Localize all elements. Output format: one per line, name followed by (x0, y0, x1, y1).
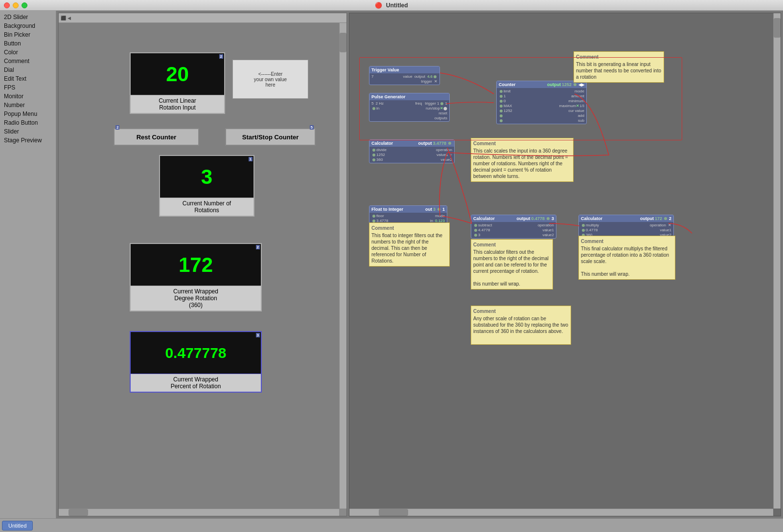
sidebar-item-binpicker[interactable]: Bin Picker (0, 30, 56, 39)
rotations-value: 3 (201, 165, 212, 189)
entry-box[interactable]: <------Enter your own value here (232, 60, 308, 99)
comment-float-integer: Comment This float to integer filters ou… (369, 222, 450, 266)
task-tab-untitled[interactable]: Untitled (2, 521, 33, 531)
comment-linear-input: Comment This bit is generating a linear … (574, 51, 664, 83)
left-panel-scrollbar-h[interactable] (59, 509, 339, 516)
sidebar: 2D Slider Background Bin Picker Button C… (0, 11, 56, 518)
wrapped-percent-label: Current WrappedPercent of Rotation (171, 376, 221, 390)
start-stop-counter-button[interactable]: 5 Start/Stop Counter (225, 128, 316, 146)
node-calculator3[interactable]: Calculator output 172 2 multiplyoperatio… (578, 215, 674, 239)
node-pulse-generator-body: 5 2 Hz freq trigger 1 1 in run/stop ✕ ⬤ (369, 100, 449, 121)
sidebar-item-2dslider[interactable]: 2D Slider (0, 13, 56, 22)
node-calculator1-title: Calculator output 3.4778 (369, 140, 454, 147)
comment-any-scale: Comment Any other scale of rotation can … (471, 306, 571, 345)
comment4-text: This calculator filters out the numbers … (473, 249, 549, 287)
sidebar-item-button[interactable]: Button (0, 39, 56, 48)
node-counter-body: limitmode 1amount 0minimum MAXmaximum✕1/… (497, 88, 586, 124)
sidebar-item-background[interactable]: Background (0, 22, 56, 30)
left-panel: ⬛ ◀ <------Enter your own value here 20 … (58, 13, 347, 516)
comment-calc-scales: Comment This calc scales the input into … (471, 138, 574, 182)
right-panel-scrollbar-h[interactable] (349, 509, 773, 516)
title-bar: 🔴 Untitled (0, 0, 783, 11)
sidebar-item-fps[interactable]: FPS (0, 83, 56, 92)
monitor-rotations: 3 1 Current Number ofRotations (159, 155, 254, 217)
node-float-to-integer-title: Float to Integer out 3 1 (369, 206, 447, 213)
node-calculator1-body: divideoperation 1252value1÷ 360value2 (369, 147, 454, 163)
sidebar-item-monitor[interactable]: Monitor (0, 92, 56, 101)
right-panel: Trigger Value 7 value output 4.6 trigger… (349, 13, 781, 516)
monitor-linear-input: 20 2 Current LinearRotation Input (130, 52, 225, 114)
comment5-text: This final calculator multiplys the filt… (581, 246, 669, 277)
linear-input-value: 20 (166, 63, 189, 86)
sidebar-item-number[interactable]: Number (0, 101, 56, 110)
node-calculator2-title: Calculator output 0.4778 3 (471, 215, 556, 222)
window-icon: 🔴 (375, 2, 382, 9)
comment2-text: This calc scales the input into a 360 de… (473, 148, 568, 179)
node-float-to-integer[interactable]: Float to Integer out 3 1 floormode 3.477… (369, 205, 447, 224)
main-container: 2D Slider Background Bin Picker Button C… (0, 11, 783, 518)
node-calculator2[interactable]: Calculator output 0.4778 3 subtractopera… (471, 215, 556, 239)
comment6-text: Any other scale of rotation can be subst… (473, 316, 568, 334)
maximize-button[interactable] (22, 2, 27, 8)
node-trigger-value-body: 7 value output 4.6 trigger ✕ (369, 73, 439, 85)
comment-calc-filters: Comment This calculator filters out the … (471, 239, 553, 289)
sidebar-item-popupmenu[interactable]: Popup Menu (0, 110, 56, 118)
monitor-wrapped-percent: 0.477778 3 Current WrappedPercent of Rot… (130, 331, 262, 393)
comment1-text: This bit is generating a linear input nu… (576, 62, 661, 80)
sidebar-item-stagepreview[interactable]: Stage Preview (0, 136, 56, 145)
sidebar-item-edittext[interactable]: Edit Text (0, 74, 56, 83)
left-panel-toolbar-label: ⬛ ◀ (61, 16, 71, 21)
node-pulse-generator-title: Pulse Generator (369, 93, 449, 100)
traffic-lights (4, 2, 27, 8)
close-button[interactable] (4, 2, 10, 8)
content-area: ⬛ ◀ <------Enter your own value here 20 … (56, 11, 783, 518)
rotations-label: Current Number ofRotations (183, 200, 231, 214)
taskbar: Untitled (0, 518, 783, 532)
sidebar-item-color[interactable]: Color (0, 48, 56, 57)
sidebar-item-slider[interactable]: Slider (0, 127, 56, 136)
node-trigger-value-title: Trigger Value (369, 66, 439, 73)
comment-final-calc: Comment This final calculator multiplys … (578, 236, 675, 280)
monitor-wrapped-degree: 172 2 Current WrappedDegree Rotation(360… (130, 243, 262, 311)
stage-content: <------Enter your own value here 20 2 Cu… (59, 23, 339, 509)
left-panel-toolbar: ⬛ ◀ (59, 13, 346, 23)
node-calculator3-title: Calculator output 172 2 (579, 215, 673, 222)
node-trigger-value[interactable]: Trigger Value 7 value output 4.6 trigger… (369, 66, 440, 85)
wrapped-degree-value: 172 (179, 253, 213, 277)
minimize-button[interactable] (13, 2, 19, 8)
linear-input-label: Current LinearRotation Input (159, 97, 196, 111)
node-calculator1[interactable]: Calculator output 3.4778 divideoperation… (369, 139, 455, 163)
sidebar-item-radiobutton[interactable]: Radio Button (0, 118, 56, 127)
sidebar-item-comment[interactable]: Comment (0, 57, 56, 66)
node-counter[interactable]: Counter output 1252 ◀▶ limitmode 1amount… (496, 81, 587, 124)
rest-counter-button[interactable]: 2 Rest Counter (114, 128, 199, 146)
node-pulse-generator[interactable]: Pulse Generator 5 2 Hz freq trigger 1 1 … (369, 93, 450, 122)
wrapped-percent-value: 0.477778 (165, 345, 226, 361)
wrapped-degree-label: Current WrappedDegree Rotation(360) (173, 288, 218, 309)
sidebar-item-dial[interactable]: Dial (0, 66, 56, 74)
left-panel-scrollbar-v[interactable] (339, 23, 346, 509)
right-panel-scrollbar-v[interactable] (773, 13, 781, 509)
node-counter-title: Counter output 1252 ◀▶ (497, 81, 586, 88)
node-calculator2-body: subtractoperation 4.4778value1 3value2 (471, 222, 556, 238)
comment3-text: This float to integer filters out the nu… (371, 233, 442, 264)
window-title: 🔴 Untitled (375, 2, 408, 9)
